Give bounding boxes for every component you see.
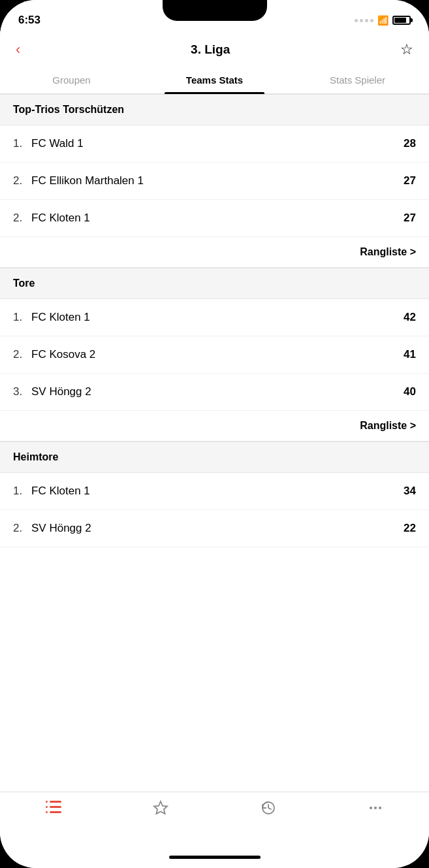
rangliste-button-top-trios[interactable]: Rangliste >: [0, 237, 429, 268]
svg-rect-3: [46, 801, 48, 803]
section-header-top-trios: Top-Trios Torschützen: [0, 94, 429, 125]
list-item: 2. SV Höngg 2 22: [0, 510, 429, 547]
section-title-top-trios: Top-Trios Torschützen: [13, 104, 124, 115]
section-header-tore: Tore: [0, 268, 429, 299]
team-name: SV Höngg 2: [31, 385, 392, 398]
favorite-button[interactable]: ☆: [398, 39, 416, 61]
svg-rect-1: [50, 806, 61, 808]
rank-label: 2.: [13, 522, 31, 535]
signal-icon: [355, 19, 373, 22]
battery-icon: [392, 16, 411, 25]
list-item: 1. FC Kloten 1 34: [0, 473, 429, 510]
bottom-tab-list[interactable]: [0, 800, 107, 814]
bottom-tab-bar: [0, 792, 429, 846]
signal-dot-4: [370, 19, 373, 22]
svg-point-9: [374, 807, 377, 809]
svg-rect-5: [46, 811, 48, 813]
rangliste-button-tore[interactable]: Rangliste >: [0, 411, 429, 442]
svg-marker-6: [154, 801, 167, 814]
battery-fill: [394, 18, 406, 23]
team-name: FC Wald 1: [31, 137, 392, 150]
home-indicator: [0, 846, 429, 868]
list-item: 3. SV Höngg 2 40: [0, 374, 429, 411]
bottom-tab-more[interactable]: [322, 800, 429, 816]
team-name: FC Kloten 1: [31, 485, 392, 498]
rank-label: 1.: [13, 311, 31, 324]
rank-label: 3.: [13, 385, 31, 398]
wifi-icon: 📶: [377, 15, 389, 25]
stat-value: 42: [392, 311, 416, 324]
tab-groupen[interactable]: Groupen: [0, 67, 143, 93]
back-button[interactable]: ‹: [13, 39, 23, 61]
tab-stats-spieler[interactable]: Stats Spieler: [286, 67, 429, 93]
list-item: 1. FC Kloten 1 42: [0, 299, 429, 336]
stat-value: 22: [392, 522, 416, 535]
stat-value: 28: [392, 137, 416, 150]
phone-frame: 6:53 📶 ‹ 3. Liga ☆ Groupen Teams Stats: [0, 0, 429, 868]
tab-bar: Groupen Teams Stats Stats Spieler: [0, 67, 429, 94]
bottom-tab-history[interactable]: [215, 800, 322, 816]
svg-rect-4: [46, 806, 48, 808]
team-name: FC Kloten 1: [31, 311, 392, 324]
stat-value: 34: [392, 485, 416, 498]
status-icons: 📶: [355, 15, 411, 25]
team-name: FC Ellikon Marthalen 1: [31, 174, 392, 187]
section-title-tore: Tore: [13, 278, 35, 289]
rank-label: 1.: [13, 485, 31, 498]
star-icon: [153, 800, 168, 816]
svg-point-10: [379, 807, 381, 809]
team-name: FC Kosova 2: [31, 348, 392, 361]
rank-label: 2.: [13, 212, 31, 225]
team-name: FC Kloten 1: [31, 212, 392, 225]
signal-dot-1: [355, 19, 358, 22]
section-title-heimtore: Heimtore: [13, 451, 58, 462]
tab-teams-stats[interactable]: Teams Stats: [143, 67, 286, 93]
list-item: 2. FC Kosova 2 41: [0, 336, 429, 374]
list-item: 1. FC Wald 1 28: [0, 125, 429, 163]
more-icon: [368, 800, 383, 816]
signal-dot-2: [360, 19, 363, 22]
bottom-tab-favorites[interactable]: [107, 800, 214, 816]
status-time: 6:53: [18, 14, 40, 27]
stat-value: 41: [392, 348, 416, 361]
nav-title: 3. Liga: [191, 42, 230, 57]
rangliste-label: Rangliste >: [360, 246, 416, 258]
list-icon: [45, 800, 62, 814]
rank-label: 2.: [13, 348, 31, 361]
list-item: 2. FC Kloten 1 27: [0, 200, 429, 237]
svg-rect-0: [50, 801, 61, 803]
stat-value: 40: [392, 385, 416, 398]
notch: [163, 0, 267, 21]
svg-rect-2: [50, 811, 61, 813]
list-item: 2. FC Ellikon Marthalen 1 27: [0, 163, 429, 200]
rank-label: 2.: [13, 174, 31, 187]
history-icon: [261, 800, 276, 816]
signal-dot-3: [365, 19, 368, 22]
stat-value: 27: [392, 174, 416, 187]
stat-value: 27: [392, 212, 416, 225]
team-name: SV Höngg 2: [31, 522, 392, 535]
nav-header: ‹ 3. Liga ☆: [0, 33, 429, 67]
rangliste-label: Rangliste >: [360, 420, 416, 432]
section-header-heimtore: Heimtore: [0, 442, 429, 473]
home-bar: [169, 856, 261, 859]
rank-label: 1.: [13, 137, 31, 150]
svg-point-8: [370, 807, 372, 809]
content-area: Top-Trios Torschützen 1. FC Wald 1 28 2.…: [0, 94, 429, 792]
